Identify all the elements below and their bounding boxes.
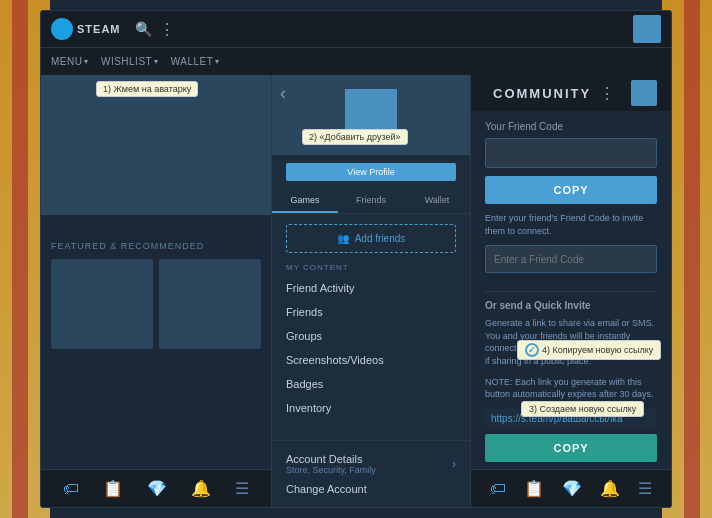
enter-friend-code-input[interactable] bbox=[485, 245, 657, 273]
profile-tabs: Games Friends Wallet bbox=[272, 189, 470, 214]
account-chevron-icon: › bbox=[452, 457, 456, 471]
featured-card-2 bbox=[159, 259, 261, 349]
account-section: Account Details Store, Security, Family … bbox=[272, 440, 470, 507]
add-friends-button[interactable]: 👥 Add friends bbox=[286, 224, 456, 253]
menu-item-friend-activity[interactable]: Friend Activity bbox=[272, 276, 470, 300]
featured-section: COMMUNITY FEATURED & RECOMMENDED bbox=[41, 215, 271, 469]
wishlist-chevron-icon: ▾ bbox=[154, 57, 159, 66]
home-icon[interactable]: 🏷 bbox=[63, 480, 79, 498]
gift-ribbon-right bbox=[684, 0, 700, 518]
menu-item-friends[interactable]: Friends bbox=[272, 300, 470, 324]
friend-code-section-label: Your Friend Code bbox=[485, 121, 657, 132]
menu-chevron-icon: ▾ bbox=[84, 57, 89, 66]
view-profile-button[interactable]: View Profile bbox=[286, 163, 456, 181]
right-panel: COMMUNITY ⋮ Your Friend Code COPY Enter … bbox=[471, 75, 671, 507]
right-home-icon[interactable]: 🏷 bbox=[490, 480, 506, 498]
nav-menu[interactable]: MENU ▾ bbox=[51, 56, 89, 67]
annotation-1: 1) Жмем на аватарку bbox=[96, 81, 198, 97]
friend-code-input[interactable] bbox=[485, 138, 657, 168]
wallet-chevron-icon: ▾ bbox=[215, 57, 220, 66]
store-icon[interactable]: 💎 bbox=[147, 479, 167, 498]
featured-cards bbox=[51, 259, 261, 349]
annotation-2: 2) «Добавить друзей» bbox=[302, 129, 408, 145]
bottom-nav-right: 🏷 📋 💎 🔔 ☰ bbox=[471, 469, 671, 507]
divider bbox=[485, 291, 657, 292]
featured-recommended-label: FEATURED & RECOMMENDED bbox=[51, 241, 261, 251]
tab-wallet[interactable]: Wallet bbox=[404, 189, 470, 213]
content-area: 1) Жмем на аватарку COMMUNITY FEATURED &… bbox=[41, 75, 671, 507]
back-arrow-icon[interactable]: ‹ bbox=[280, 83, 286, 104]
community-avatar bbox=[631, 80, 657, 106]
right-store-icon[interactable]: 💎 bbox=[562, 479, 582, 498]
left-panel: COMMUNITY FEATURED & RECOMMENDED 🏷 📋 💎 🔔… bbox=[41, 75, 271, 507]
my-content-label: MY CONTENT bbox=[272, 263, 470, 276]
change-account-item[interactable]: Change Account bbox=[286, 479, 456, 499]
center-panel: ‹ View Profile 2) «Добавить друзей» Game… bbox=[271, 75, 471, 507]
menu-item-badges[interactable]: Badges bbox=[272, 372, 470, 396]
bottom-nav-left: 🏷 📋 💎 🔔 ☰ bbox=[41, 469, 271, 507]
right-library-icon[interactable]: 📋 bbox=[524, 479, 544, 498]
steam-logo: STEAM bbox=[51, 18, 121, 40]
nav-wallet[interactable]: WALLET ▾ bbox=[171, 56, 220, 67]
gift-ribbon-left bbox=[12, 0, 28, 518]
community-title: COMMUNITY bbox=[493, 86, 591, 101]
nav-bar: MENU ▾ WISHLIST ▾ WALLET ▾ bbox=[41, 47, 671, 75]
top-bar: STEAM 🔍 ⋮ bbox=[41, 11, 671, 47]
user-avatar[interactable] bbox=[633, 15, 661, 43]
community-menu-icon[interactable]: ⋮ bbox=[599, 84, 615, 103]
menu-icon[interactable]: ☰ bbox=[235, 479, 249, 498]
steam-title: STEAM bbox=[77, 23, 121, 35]
steam-window: STEAM 🔍 ⋮ MENU ▾ WISHLIST ▾ WALLET ▾ bbox=[40, 10, 672, 508]
search-icon[interactable]: 🔍 bbox=[135, 21, 151, 37]
check-icon: ✓ bbox=[525, 343, 539, 357]
menu-item-groups[interactable]: Groups bbox=[272, 324, 470, 348]
menu-item-inventory[interactable]: Inventory bbox=[272, 396, 470, 420]
menu-dots-icon[interactable]: ⋮ bbox=[159, 20, 175, 39]
tab-games[interactable]: Games bbox=[272, 189, 338, 213]
community-header: COMMUNITY ⋮ bbox=[471, 75, 671, 111]
tab-friends[interactable]: Friends bbox=[338, 189, 404, 213]
expiry-note: NOTE: Each link you generate with this b… bbox=[485, 376, 657, 401]
copy-link-button[interactable]: COPY bbox=[485, 434, 657, 462]
menu-item-screenshots[interactable]: Screenshots/Videos bbox=[272, 348, 470, 372]
add-friends-icon: 👥 bbox=[337, 233, 349, 244]
nav-wishlist[interactable]: WISHLIST ▾ bbox=[101, 56, 159, 67]
steam-logo-icon bbox=[51, 18, 73, 40]
annotation-4: ✓ 4) Копируем новую ссылку bbox=[517, 340, 661, 360]
right-notifications-icon[interactable]: 🔔 bbox=[600, 479, 620, 498]
copy-friend-code-button[interactable]: COPY bbox=[485, 176, 657, 204]
annotation-3: 3) Создаем новую ссылку bbox=[521, 401, 644, 417]
account-details-item[interactable]: Account Details Store, Security, Family … bbox=[286, 449, 456, 479]
library-icon[interactable]: 📋 bbox=[103, 479, 123, 498]
featured-card-1 bbox=[51, 259, 153, 349]
main-wrapper: STEAM 🔍 ⋮ MENU ▾ WISHLIST ▾ WALLET ▾ bbox=[40, 10, 672, 508]
right-menu-icon[interactable]: ☰ bbox=[638, 479, 652, 498]
invite-description: Enter your friend's Friend Code to invit… bbox=[485, 212, 657, 237]
notifications-icon[interactable]: 🔔 bbox=[191, 479, 211, 498]
quick-invite-label: Or send a Quick Invite bbox=[485, 300, 657, 311]
